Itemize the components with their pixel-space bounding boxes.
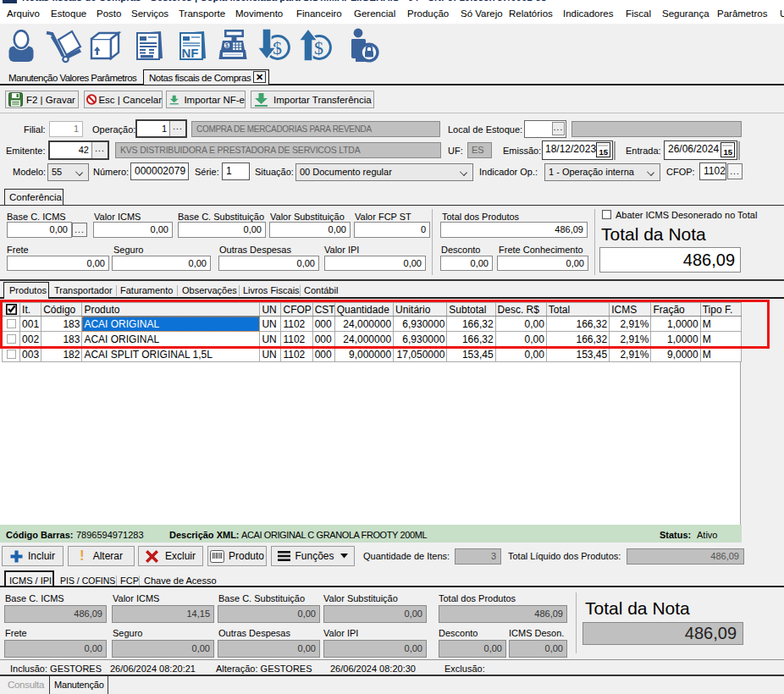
svg-text:NF: NF: [182, 46, 199, 60]
svg-text:$: $: [225, 42, 229, 49]
